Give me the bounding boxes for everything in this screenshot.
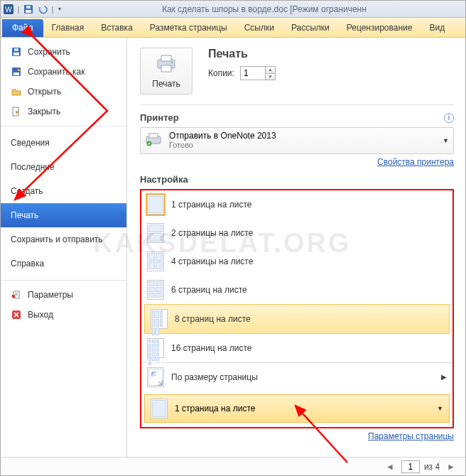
svg-rect-4 (26, 6, 31, 9)
sidebar-label: Параметры (28, 290, 73, 300)
option-label: 16 страниц на листе (171, 343, 251, 353)
qat-separator: | (16, 3, 21, 16)
sidebar-label: Печать (11, 210, 38, 220)
sidebar-save-as[interactable]: Сохранить как (1, 62, 126, 82)
thumb-1-icon (147, 195, 164, 215)
prev-page-icon[interactable]: ◄ (383, 462, 397, 472)
tab-home[interactable]: Главная (43, 19, 93, 37)
sidebar-label: Сохранить и отправить (11, 234, 103, 244)
sidebar-label: Последние (11, 162, 55, 172)
tab-insert[interactable]: Вставка (92, 19, 141, 37)
sidebar-print[interactable]: Печать (1, 203, 126, 227)
page-navigator: ◄ из 4 ► (1, 457, 465, 475)
thumb-6-icon (147, 280, 164, 300)
svg-rect-14 (12, 295, 15, 298)
svg-text:W: W (5, 6, 12, 13)
option-4-pages[interactable]: 4 страницы на листе (141, 247, 453, 276)
close-doc-icon (11, 106, 22, 117)
print-button-label: Печать (152, 79, 180, 89)
backstage-main: Печать Печать Копии: ▲▼ Принтер i (127, 38, 465, 457)
printer-device-icon (145, 132, 163, 149)
option-label: 4 страницы на листе (171, 256, 253, 266)
next-page-icon[interactable]: ► (444, 462, 458, 472)
thumb-16-icon (147, 338, 164, 358)
folder-open-icon (11, 86, 22, 97)
thumb-2-icon (147, 223, 164, 243)
sidebar-new[interactable]: Создать (1, 179, 126, 203)
option-8-pages[interactable]: 8 страниц на листе (144, 304, 450, 334)
sidebar-label: Создать (11, 186, 43, 196)
option-label: 1 страница на листе (171, 200, 251, 210)
sidebar-label: Сведения (11, 138, 50, 148)
option-16-pages[interactable]: 16 страниц на листе (141, 334, 453, 362)
option-label: По размеру страницы (171, 372, 258, 382)
sidebar-separator (1, 280, 126, 281)
save-icon (11, 46, 22, 58)
sidebar-open[interactable]: Открыть (1, 82, 126, 102)
sidebar-share[interactable]: Сохранить и отправить (1, 227, 126, 251)
sidebar-info[interactable]: Сведения (1, 131, 126, 155)
svg-rect-21 (149, 134, 158, 138)
sidebar-separator (1, 126, 126, 126)
exit-icon (11, 309, 22, 320)
printer-section-label: Принтер i (140, 112, 454, 123)
sidebar-options[interactable]: Параметры (1, 285, 126, 305)
tab-view[interactable]: Вид (421, 19, 453, 37)
undo-icon[interactable] (36, 3, 49, 16)
word-app-icon: W (2, 3, 15, 16)
sidebar-close[interactable]: Закрыть (1, 102, 126, 121)
pages-per-sheet-dropdown[interactable]: 1 страница на листе ▼ (144, 394, 450, 423)
qat-dropdown-icon[interactable]: ▾ (56, 3, 63, 16)
quick-access-toolbar: W | | ▾ (1, 3, 63, 16)
svg-rect-3 (26, 10, 31, 13)
tab-review[interactable]: Рецензирование (338, 19, 421, 37)
tab-page-layout[interactable]: Разметка страницы (141, 19, 236, 37)
svg-rect-6 (13, 53, 19, 55)
print-heading: Печать (208, 48, 276, 60)
spin-up-icon[interactable]: ▲ (265, 67, 275, 74)
print-button[interactable]: Печать (140, 48, 193, 94)
page-setup-link[interactable]: Параметры страницы (140, 431, 454, 441)
printer-icon (155, 54, 178, 76)
divider (140, 104, 454, 105)
option-2-pages[interactable]: 2 страницы на листе (141, 219, 453, 247)
svg-rect-7 (14, 48, 18, 51)
sidebar-label: Закрыть (28, 107, 60, 117)
settings-label-text: Настройка (140, 174, 188, 185)
spin-down-icon[interactable]: ▼ (265, 74, 275, 80)
svg-rect-18 (161, 65, 171, 72)
copies-input[interactable] (241, 67, 265, 80)
chevron-down-icon: ▼ (437, 405, 443, 412)
svg-point-19 (171, 61, 173, 63)
copies-spinner[interactable]: ▲▼ (240, 66, 276, 80)
save-icon[interactable] (22, 3, 35, 16)
printer-status: Готово (169, 141, 437, 150)
tab-references[interactable]: Ссылки (236, 19, 283, 37)
printer-dropdown[interactable]: Отправить в OneNote 2013 Готово ▼ (140, 127, 454, 154)
sidebar-recent[interactable]: Последние (1, 155, 126, 179)
info-icon[interactable]: i (444, 113, 454, 123)
window-title: Как сделать шпоры в ворде.doc [Режим огр… (63, 4, 465, 14)
page-number-input[interactable] (401, 460, 420, 473)
thumb-8-icon (151, 309, 168, 329)
thumb-1-icon (151, 399, 168, 418)
sidebar-exit[interactable]: Выход (1, 305, 126, 325)
sidebar-label: Выход (28, 310, 53, 320)
sidebar-label: Открыть (28, 87, 61, 97)
option-1-page[interactable]: 1 страница на листе (141, 190, 453, 219)
option-6-pages[interactable]: 6 страниц на листе (141, 276, 453, 304)
svg-rect-17 (161, 55, 171, 61)
printer-properties-link[interactable]: Свойства принтера (140, 157, 454, 167)
sidebar-save[interactable]: Сохранить (1, 42, 126, 62)
sidebar-help[interactable]: Справка (1, 251, 126, 276)
option-scale-to-page[interactable]: По размеру страницы ▶ (141, 362, 453, 391)
title-bar: W | | ▾ Как сделать шпоры в ворде.doc [Р… (1, 1, 465, 18)
backstage-sidebar: Сохранить Сохранить как Открыть Закрыть … (1, 38, 127, 457)
printer-name: Отправить в OneNote 2013 (169, 131, 437, 141)
tab-file[interactable]: Файл (2, 19, 43, 37)
printer-label-text: Принтер (140, 112, 179, 123)
copies-label: Копии: (208, 68, 234, 78)
tab-mailings[interactable]: Рассылки (283, 19, 338, 37)
settings-section-label: Настройка (140, 174, 454, 185)
chevron-down-icon: ▼ (443, 137, 449, 144)
